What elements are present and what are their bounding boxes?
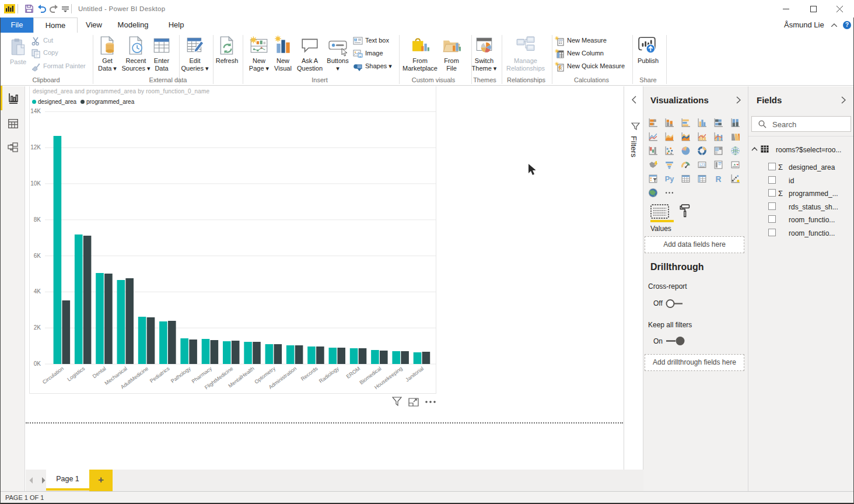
svg-text:10K: 10K [30,180,41,187]
svg-text:Pathology: Pathology [170,365,192,384]
svg-text:6K: 6K [34,253,41,259]
svg-text:Py: Py [665,174,674,183]
svg-text:EROM: EROM [345,366,362,380]
svg-text:Janitorial: Janitorial [404,366,425,383]
svg-text:Radiology: Radiology [318,365,340,384]
svg-text:R: R [716,174,722,184]
svg-text:0K: 0K [34,360,41,367]
svg-text:8K: 8K [34,216,41,223]
svg-text:Circulation: Circulation [41,366,65,386]
svg-text:123: 123 [699,163,705,167]
svg-text:12K: 12K [30,144,41,150]
svg-text:Logistics: Logistics [66,365,86,382]
svg-text:A: A [355,38,356,41]
svg-text:4K: 4K [34,288,41,295]
svg-text:Dental: Dental [92,366,107,380]
svg-text:Records: Records [300,365,319,382]
svg-text:2K: 2K [34,324,41,331]
svg-text:14K: 14K [30,108,41,114]
svg-text:Pediatrics: Pediatrics [149,365,171,384]
